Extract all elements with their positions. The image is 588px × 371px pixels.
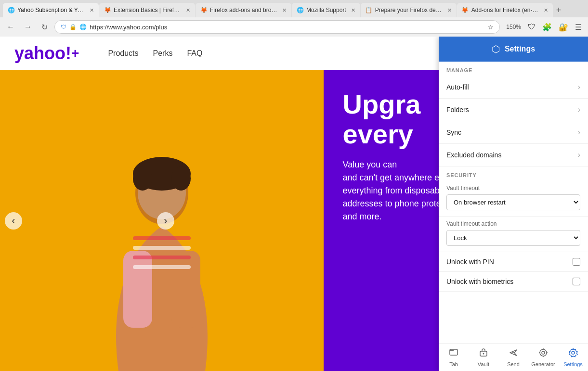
security-section-label: SECURITY [439, 166, 588, 181]
reload-button[interactable]: ↻ [39, 22, 51, 33]
browser-chrome: 🌐 Yahoo Subscription & Yahoo... ✕ 🦊 Exte… [0, 0, 588, 37]
nav-perks[interactable]: Perks [153, 47, 173, 60]
tab-firefox-addons[interactable]: 🦊 Firefox add-ons and browser... ✕ [196, 3, 291, 17]
nav-faq[interactable]: FAQ [187, 47, 202, 60]
tab-yahoo[interactable]: 🌐 Yahoo Subscription & Yahoo... ✕ [3, 3, 99, 17]
tab-ff-close[interactable]: ✕ [282, 7, 287, 13]
unlock-biometrics-row: Unlock with biometrics [439, 272, 588, 292]
tab-bar: 🌐 Yahoo Subscription & Yahoo... ✕ 🦊 Exte… [0, 0, 588, 17]
carousel-prev-button[interactable]: ‹ [5, 212, 22, 230]
zoom-level: 150% [504, 23, 523, 31]
footer-tab-tab-label: Tab [449, 361, 458, 367]
footer-tab-tab[interactable]: Tab [439, 344, 469, 371]
tab-extension-basics[interactable]: 🦊 Extension Basics | Firefox Ex... ✕ [99, 3, 195, 17]
yahoo-nav: Products Perks FAQ [108, 47, 202, 60]
vault-timeout-select[interactable]: On browser restart 1 minute 5 minutes Ne… [446, 194, 580, 210]
svg-rect-11 [450, 349, 457, 355]
tab-ff-favicon: 🦊 [200, 7, 207, 13]
tab-yahoo-title: Yahoo Subscription & Yahoo... [17, 7, 85, 13]
unlock-pin-row: Unlock with PIN [439, 252, 588, 272]
tab-prepare-firefox[interactable]: 📋 Prepare your Firefox desktop... ✕ [361, 3, 457, 17]
tab-mozilla-support[interactable]: 🌐 Mozilla Support ✕ [292, 3, 360, 17]
svg-rect-8 [133, 246, 191, 250]
settings-icon [568, 348, 578, 360]
vault-icon [479, 348, 488, 360]
svg-point-22 [572, 351, 575, 354]
hero-title-line2: every [343, 119, 413, 149]
tab-moz-title: Mozilla Support [306, 7, 346, 13]
yahoo-logo: yahoo! + [14, 43, 79, 64]
unlock-pin-checkbox[interactable] [573, 258, 580, 266]
excluded-domains-item[interactable]: Excluded domains › [439, 144, 588, 166]
sync-label: Sync [446, 128, 461, 136]
shield-nav-icon[interactable]: 🛡 [525, 22, 538, 32]
footer-tab-settings[interactable]: Settings [558, 344, 588, 371]
yahoo-logo-plus: + [71, 46, 79, 61]
tab-addons-firefox[interactable]: 🦊 Add-ons for Firefox (en-GB) ✕ [457, 3, 553, 17]
settings-header: ⬡ Settings [439, 37, 588, 62]
new-tab-button[interactable]: + [553, 5, 564, 15]
nav-products[interactable]: Products [108, 47, 138, 60]
footer-tab-send[interactable]: Send [498, 344, 528, 371]
footer-tab-send-label: Send [507, 361, 520, 367]
lock-icon: 🔒 [69, 24, 77, 30]
tab-addon-close[interactable]: ✕ [544, 7, 548, 13]
svg-point-6 [171, 166, 191, 191]
tab-ext-title: Extension Basics | Firefox Ex... [114, 7, 181, 13]
folders-chevron-icon: › [578, 105, 580, 114]
tab-yahoo-favicon: 🌐 [8, 7, 14, 13]
hero-person-svg [80, 154, 244, 371]
svg-point-5 [133, 166, 152, 191]
carousel-next-button[interactable]: › [157, 212, 174, 230]
tab-addon-title: Add-ons for Firefox (en-GB) [471, 7, 539, 13]
hero-title-line1: Upgra [343, 89, 421, 119]
vault-timeout-field: Vault timeout On browser restart 1 minut… [439, 181, 588, 217]
folders-item[interactable]: Folders › [439, 99, 588, 121]
autofill-chevron-icon: › [578, 83, 580, 91]
tab-prep-close[interactable]: ✕ [447, 7, 452, 13]
hero-left: ‹ › [0, 70, 324, 371]
bookmark-icon[interactable]: ☆ [488, 24, 494, 31]
extensions-icon[interactable]: 🧩 [540, 22, 554, 33]
svg-point-17 [542, 351, 545, 354]
footer-tab-vault[interactable]: Vault [469, 344, 498, 371]
send-icon [509, 348, 518, 360]
address-text: https://www.yahoo.com/plus [90, 24, 485, 31]
svg-rect-2 [171, 251, 200, 328]
bitwarden-icon[interactable]: 🔐 [556, 22, 571, 33]
tab-ext-close[interactable]: ✕ [186, 7, 190, 13]
sync-item[interactable]: Sync › [439, 121, 588, 144]
svg-rect-7 [133, 236, 191, 240]
nav-bar: ← → ↻ 🛡 🔒 🌐 https://www.yahoo.com/plus ☆… [0, 17, 588, 37]
forward-button[interactable]: → [21, 22, 35, 32]
vault-timeout-label: Vault timeout [446, 185, 580, 192]
tab-moz-favicon: 🌐 [297, 7, 303, 13]
tab-ext-favicon: 🦊 [104, 7, 111, 13]
back-button[interactable]: ← [4, 22, 17, 32]
footer-tab-settings-label: Settings [563, 361, 583, 367]
generator-icon [538, 348, 548, 360]
address-bar[interactable]: 🛡 🔒 🌐 https://www.yahoo.com/plus ☆ [54, 20, 500, 34]
autofill-item[interactable]: Auto-fill › [439, 76, 588, 99]
nav-icons: 150% 🛡 🧩 🔐 ☰ [504, 22, 584, 33]
autofill-label: Auto-fill [446, 83, 469, 91]
excluded-domains-chevron-icon: › [578, 151, 580, 159]
settings-body: MANAGE Auto-fill › Folders › Sync › Excl… [439, 62, 588, 344]
yahoo-logo-text: yahoo! [14, 43, 71, 64]
tab-icon [449, 348, 458, 360]
tab-addon-favicon: 🦊 [462, 7, 469, 13]
tab-moz-close[interactable]: ✕ [351, 7, 355, 13]
menu-icon[interactable]: ☰ [573, 22, 584, 33]
svg-point-16 [540, 349, 547, 356]
tab-yahoo-close[interactable]: ✕ [90, 7, 94, 13]
tab-ff-title: Firefox add-ons and browser... [210, 7, 277, 13]
svg-rect-12 [450, 350, 454, 351]
vault-timeout-action-select[interactable]: Lock Log out [446, 230, 580, 246]
settings-footer: Tab Vault Send Generator [439, 344, 588, 371]
footer-tab-generator[interactable]: Generator [528, 344, 558, 371]
sync-chevron-icon: › [578, 128, 580, 137]
unlock-biometrics-checkbox[interactable] [573, 278, 580, 285]
settings-panel: ⬡ Settings MANAGE Auto-fill › Folders › … [439, 37, 588, 371]
hero-title: Upgra every [343, 90, 421, 149]
svg-rect-10 [133, 265, 191, 269]
